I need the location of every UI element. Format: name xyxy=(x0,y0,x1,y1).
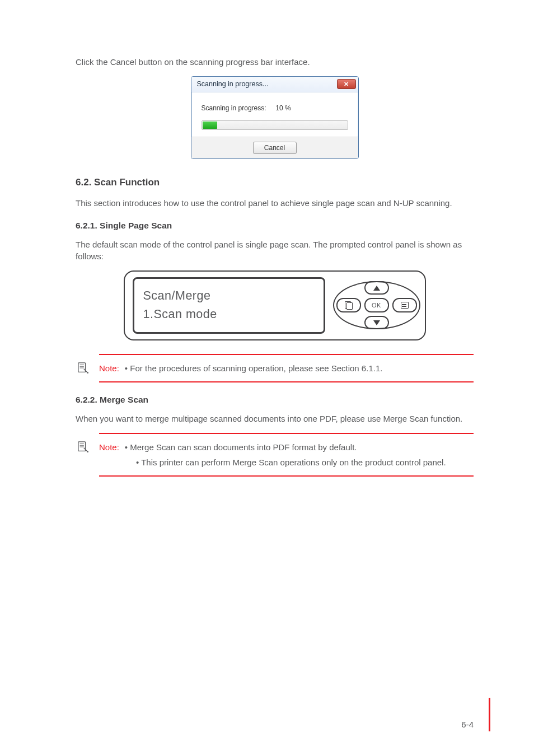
ok-label: OK xyxy=(372,302,381,309)
dialog-close-button[interactable]: ✕ xyxy=(337,79,356,89)
control-panel: Scan/Merge 1.Scan mode OK xyxy=(124,270,426,340)
note-line-2: • This printer can perform Merge Scan op… xyxy=(136,456,474,469)
ok-button[interactable]: OK xyxy=(364,298,389,312)
close-icon: ✕ xyxy=(344,81,349,88)
progress-dialog: Scanning in progress... ✕ Scanning in pr… xyxy=(191,76,359,159)
page-number: 6-4 xyxy=(461,720,474,729)
down-button[interactable] xyxy=(364,316,389,329)
para-6-2-1: The default scan mode of the control pan… xyxy=(76,239,474,263)
triangle-down-icon xyxy=(373,320,380,325)
up-button[interactable] xyxy=(364,281,389,295)
svg-rect-0 xyxy=(78,362,86,372)
note-label: Note: xyxy=(99,441,119,454)
lcd-screen: Scan/Merge 1.Scan mode xyxy=(133,277,325,334)
note-line-1: • Merge Scan can scan documents into PDF… xyxy=(125,441,357,454)
scan-button[interactable] xyxy=(392,298,417,312)
dialog-title: Scanning in progress... xyxy=(197,80,269,88)
note-block-2: Note: • Merge Scan can scan documents in… xyxy=(99,433,474,477)
heading-6-2: 6.2. Scan Function xyxy=(76,177,474,188)
page-accent-bar xyxy=(489,698,490,731)
note-text: • For the procedures of scanning operati… xyxy=(125,362,383,375)
control-buttons: OK xyxy=(336,281,417,329)
triangle-up-icon xyxy=(373,286,380,291)
progress-label: Scanning in progress: 10 % xyxy=(202,104,291,112)
para-6-2-2: When you want to merge multipage scanned… xyxy=(76,413,474,425)
heading-6-2-1: 6.2.1. Single Page Scan xyxy=(76,221,474,231)
svg-rect-4 xyxy=(78,441,86,451)
heading-6-2-2: 6.2.2. Merge Scan xyxy=(76,395,474,405)
cancel-button[interactable]: Cancel xyxy=(253,142,297,154)
copy-icon xyxy=(345,301,353,309)
para-6-2: This section introduces how to use the c… xyxy=(76,197,474,209)
lcd-line-1: Scan/Merge xyxy=(143,287,315,305)
note-label: Note: xyxy=(99,362,119,375)
note-icon xyxy=(77,362,89,374)
note-block-1: Note: • For the procedures of scanning o… xyxy=(99,354,474,382)
progress-fill xyxy=(203,122,217,129)
copy-button[interactable] xyxy=(336,298,361,312)
intro-paragraph: Click the Cancel button on the scanning … xyxy=(76,56,474,68)
note-icon xyxy=(77,441,89,453)
progress-bar xyxy=(202,120,348,130)
scan-icon xyxy=(401,301,409,309)
lcd-line-2: 1.Scan mode xyxy=(143,305,315,324)
